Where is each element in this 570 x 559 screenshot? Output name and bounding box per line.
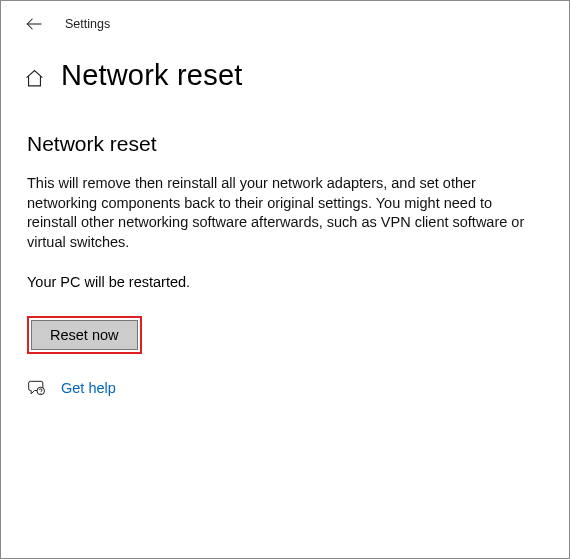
titlebar: Settings bbox=[1, 1, 569, 41]
reset-now-button[interactable]: Reset now bbox=[31, 320, 138, 350]
back-arrow-icon[interactable] bbox=[25, 15, 43, 33]
titlebar-label: Settings bbox=[65, 17, 110, 31]
help-row: Get help bbox=[27, 378, 541, 398]
section-description: This will remove then reinstall all your… bbox=[27, 174, 527, 252]
home-icon[interactable] bbox=[23, 68, 45, 90]
restart-note: Your PC will be restarted. bbox=[27, 274, 541, 290]
reset-button-highlight: Reset now bbox=[27, 316, 142, 354]
content-area: Network reset This will remove then rein… bbox=[1, 98, 569, 398]
svg-point-2 bbox=[40, 393, 41, 394]
help-chat-icon bbox=[27, 378, 47, 398]
page-title: Network reset bbox=[61, 59, 243, 92]
page-header: Network reset bbox=[1, 41, 569, 98]
get-help-link[interactable]: Get help bbox=[61, 380, 116, 396]
section-heading: Network reset bbox=[27, 132, 541, 156]
